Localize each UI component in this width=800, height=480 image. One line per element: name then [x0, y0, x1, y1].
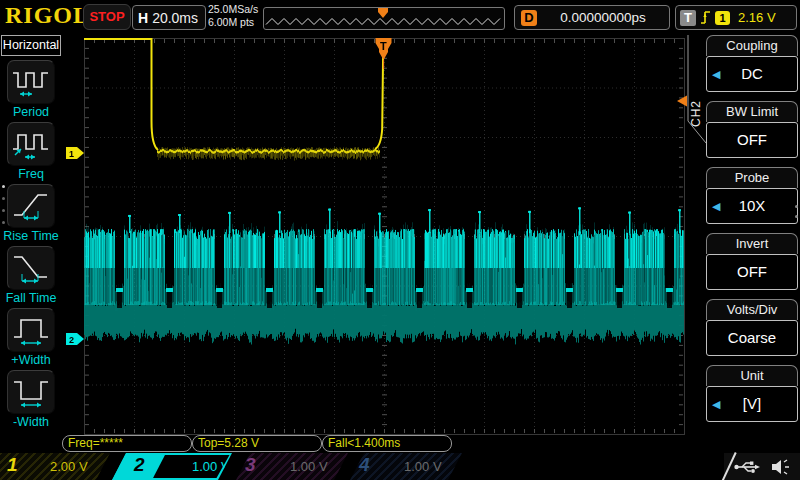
waveform-display-area[interactable]: [62, 33, 687, 435]
menu-item-fall-time[interactable]: Fall Time: [0, 246, 62, 308]
invert-value[interactable]: OFF: [706, 254, 798, 290]
oscilloscope-screen: RIGOL STOP H 20.0ms 25.0MSa/s 6.00M pts …: [0, 0, 800, 480]
neg-width-button[interactable]: [7, 370, 55, 414]
measurement-status-bar: Freq=***** Top=5.28 V Fall<1.400ms: [0, 435, 800, 453]
horizontal-timebase-box[interactable]: H 20.0ms: [132, 5, 206, 30]
channel-1-block[interactable]: 1 2.00 V: [0, 453, 110, 480]
acquisition-info: 25.0MSa/s 6.00M pts: [208, 3, 258, 29]
rise-time-label: Rise Time: [0, 229, 62, 243]
left-menu-horizontal-measure: Horizontal Period F: [0, 33, 62, 435]
speaker-icon[interactable]: [770, 459, 790, 475]
waveform-overview-strip: [263, 7, 505, 30]
system-icons-area: [724, 453, 800, 480]
bw-limit-label: BW Limit: [706, 101, 798, 122]
channel-1-scale: 2.00 V: [50, 459, 88, 474]
usb-icon[interactable]: [734, 460, 760, 474]
menu-item-rise-time[interactable]: Rise Time: [0, 184, 62, 246]
channel-4-number: 4: [359, 454, 370, 476]
softkey-volts-div[interactable]: Volts/Div Coarse: [706, 299, 798, 356]
trigger-source-badge: 1: [715, 11, 730, 25]
waveform-canvas[interactable]: [62, 33, 687, 435]
right-menu-page-dots: [795, 205, 798, 218]
coupling-value[interactable]: ◀ DC: [706, 56, 798, 92]
menu-item-freq[interactable]: Freq: [0, 122, 62, 184]
neg-width-label: -Width: [0, 415, 62, 429]
sample-rate: 25.0MSa/s: [208, 3, 258, 16]
channel-2-block[interactable]: 2 1.00 V: [112, 453, 232, 480]
chevron-left-icon: ◀: [712, 387, 720, 421]
top-status-bar: RIGOL STOP H 20.0ms 25.0MSa/s 6.00M pts …: [0, 0, 800, 34]
coupling-label: Coupling: [706, 35, 798, 56]
left-menu-title: Horizontal: [1, 35, 61, 56]
volts-div-value[interactable]: Coarse: [706, 320, 798, 356]
dc-coupling-icon: [28, 463, 41, 469]
measurement-fall: Fall<1.400ms: [322, 435, 452, 452]
rising-edge-icon: [700, 9, 711, 26]
channel-3-block[interactable]: 3 1.00 V: [236, 453, 348, 480]
rise-time-icon: [11, 188, 51, 224]
trigger-level-value: 2.16 V: [738, 10, 776, 25]
dc-coupling-icon: [268, 463, 281, 469]
freq-button[interactable]: [7, 122, 55, 166]
memory-depth: 6.00M pts: [208, 16, 258, 29]
softkey-invert[interactable]: Invert OFF: [706, 233, 798, 290]
run-state-indicator[interactable]: STOP: [83, 4, 131, 30]
period-label: Period: [0, 105, 62, 119]
probe-value[interactable]: ◀ 10X: [706, 188, 798, 224]
channel-status-bar: 1 2.00 V 2 1.00 V 3 1.00 V 4: [0, 453, 800, 480]
menu-item-neg-width[interactable]: -Width: [0, 370, 62, 432]
left-menu-page-dots: [2, 185, 5, 224]
right-menu-channel: CH2 Coupling ◀ DC BW Limit OFF Probe ◀ 1…: [687, 33, 800, 435]
menu-item-period[interactable]: Period: [0, 60, 62, 122]
delay-badge: D: [521, 10, 537, 26]
delay-value: 0.00000000ps: [537, 10, 669, 25]
channel-2-scale: 1.00 V: [192, 459, 230, 474]
softkey-probe[interactable]: Probe ◀ 10X: [706, 167, 798, 224]
pos-width-label: +Width: [0, 353, 62, 367]
period-button[interactable]: [7, 60, 55, 104]
dc-coupling-icon: [172, 463, 185, 469]
measurement-top: Top=5.28 V: [192, 435, 322, 452]
fall-time-label: Fall Time: [0, 291, 62, 305]
channel-4-scale: 1.00 V: [404, 459, 442, 474]
unit-label: Unit: [706, 365, 798, 386]
softkey-coupling[interactable]: Coupling ◀ DC: [706, 35, 798, 92]
channel-4-block[interactable]: 4 1.00 V: [350, 453, 462, 480]
pos-width-button[interactable]: [7, 308, 55, 352]
dc-coupling-icon: [382, 463, 395, 469]
channel-tab-label: CH2: [689, 65, 703, 127]
volts-div-label: Volts/Div: [706, 299, 798, 320]
invert-label: Invert: [706, 233, 798, 254]
brand-logo: RIGOL: [5, 2, 90, 29]
timebase-value: 20.0ms: [152, 10, 198, 26]
channel-3-number: 3: [245, 454, 256, 476]
trigger-delay-box[interactable]: D 0.00000000ps: [514, 5, 670, 30]
pos-width-icon: [11, 312, 51, 348]
probe-label: Probe: [706, 167, 798, 188]
chevron-left-icon: ◀: [712, 57, 720, 91]
softkey-unit[interactable]: Unit ◀ [V]: [706, 365, 798, 422]
channel-3-scale: 1.00 V: [290, 459, 328, 474]
bw-limit-value[interactable]: OFF: [706, 122, 798, 158]
trigger-info-box[interactable]: T 1 2.16 V: [675, 5, 797, 30]
neg-width-icon: [11, 374, 51, 410]
rise-time-button[interactable]: [7, 184, 55, 228]
period-icon: [11, 64, 51, 100]
trigger-badge: T: [680, 10, 696, 26]
channel-2-number: 2: [134, 454, 145, 476]
menu-item-pos-width[interactable]: +Width: [0, 308, 62, 370]
fall-time-icon: [11, 250, 51, 286]
channel-1-number: 1: [7, 454, 18, 476]
softkey-bw-limit[interactable]: BW Limit OFF: [706, 101, 798, 158]
overview-waveform: [264, 8, 502, 27]
measurement-freq: Freq=*****: [62, 435, 192, 452]
chevron-left-icon: ◀: [712, 189, 720, 223]
freq-label: Freq: [0, 167, 62, 181]
freq-icon: [11, 126, 51, 162]
horizontal-label: H: [138, 10, 148, 26]
unit-value[interactable]: ◀ [V]: [706, 386, 798, 422]
fall-time-button[interactable]: [7, 246, 55, 290]
